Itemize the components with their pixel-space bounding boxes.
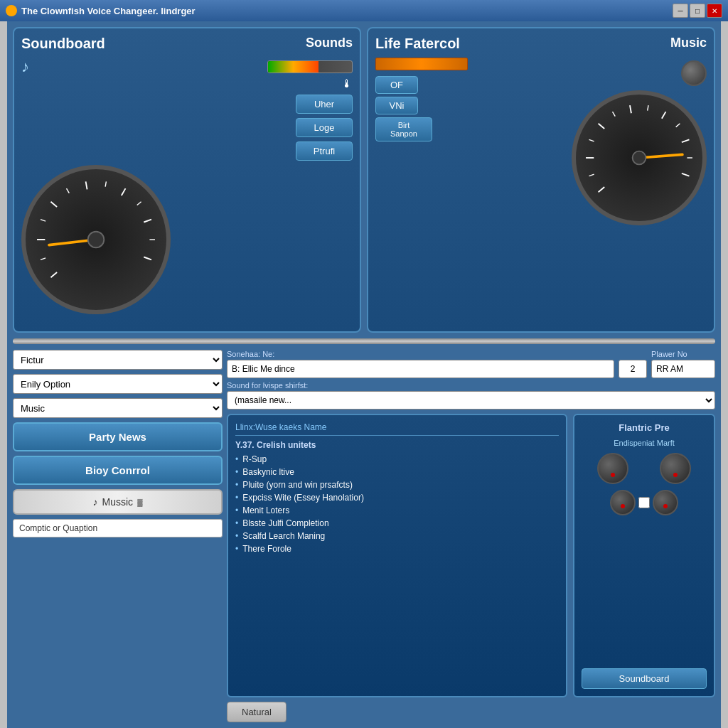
svg-line-7: [105, 181, 106, 186]
knob-4[interactable]: [653, 490, 678, 515]
title-bar-left: The Clownfish Voice Changeer. lindrger: [6, 5, 196, 16]
minimize-button[interactable]: ─: [673, 4, 688, 18]
bullet-icon: •: [235, 531, 238, 541]
svg-line-12: [144, 257, 151, 260]
music-bar-button[interactable]: ♪ Mussic ▓: [13, 489, 223, 515]
dropdown3-row: Music: [13, 398, 223, 418]
list-item-text: Expciss Wite (Essey Hanolatior): [242, 493, 364, 503]
svg-line-5: [67, 188, 70, 193]
bullet-icon: •: [235, 454, 238, 464]
level-fill: [268, 61, 318, 73]
life-gauge: [572, 90, 707, 225]
party-news-button[interactable]: Party News: [13, 422, 223, 451]
life-header: Life Fatercol OF VNi BirtSanpon Music: [375, 36, 707, 225]
bullet-icon: •: [235, 518, 238, 528]
list-item-text: Blsste Julfi Completion: [242, 518, 328, 528]
knobs-row-top: [582, 453, 707, 484]
svg-line-20: [613, 112, 616, 116]
list-item-text: There Forole: [242, 544, 291, 554]
svg-line-15: [599, 187, 605, 192]
list-item: • Blsste Julfi Completion: [235, 517, 559, 530]
controls-area: Sonehaa: Ne: Plawer No Sound for lvispe …: [227, 350, 715, 410]
bullet-icon: •: [235, 467, 238, 477]
svg-line-27: [682, 173, 690, 176]
status-bar: Comptic or Quaption: [13, 519, 223, 537]
life-title: Life Fatercol: [375, 36, 468, 52]
music-knob[interactable]: [681, 60, 707, 86]
soundboard-sub-button[interactable]: Soundboard: [582, 668, 707, 689]
svg-line-22: [648, 105, 648, 110]
input2-field[interactable]: [651, 360, 715, 378]
gauge-ticks-svg: [26, 169, 166, 310]
bottom-section: Fictur Enily Option Music Party News Bio…: [13, 350, 715, 722]
list-item: • Scalfd Learch Maning: [235, 530, 559, 542]
input1-label: Sonehaa: Ne:: [227, 350, 614, 358]
list-item: • R-Sup: [235, 453, 559, 466]
ptrufi-button[interactable]: Ptrufi: [296, 141, 353, 161]
checkbox-control[interactable]: [638, 497, 650, 508]
list-item-text: Scalfd Learch Maning: [242, 531, 325, 541]
knob-1[interactable]: [597, 453, 628, 484]
num-input-field[interactable]: [619, 360, 647, 378]
loge-button[interactable]: Loge: [296, 118, 353, 137]
input1-group: Sonehaa: Ne:: [227, 350, 614, 378]
maximize-button[interactable]: □: [690, 4, 705, 18]
knob-2[interactable]: [660, 453, 691, 484]
sounds-title: Sounds: [306, 36, 353, 50]
app-icon: [6, 5, 17, 16]
fictur-dropdown[interactable]: Fictur: [13, 350, 223, 370]
bullet-icon: •: [235, 480, 238, 490]
spacer: [582, 521, 707, 663]
svg-line-19: [599, 124, 605, 129]
input2-label: Plawer No: [651, 350, 715, 358]
svg-line-18: [589, 139, 594, 141]
num-group: [619, 350, 647, 378]
list-header: Y.37. Crelish unitets: [235, 440, 559, 450]
vni-button[interactable]: VNi: [375, 97, 418, 114]
bullet-icon: •: [235, 505, 238, 515]
orange-level-bar: [375, 58, 468, 70]
sound-dropdown[interactable]: (masaile new...: [227, 391, 715, 410]
level-bar: [267, 60, 353, 73]
window-title: The Clownfish Voice Changeer. lindrger: [21, 6, 196, 16]
close-button[interactable]: ✕: [707, 4, 722, 18]
right-sub-panel: Flantric Pre Endispeniat Marft Soundboar…: [573, 414, 715, 697]
list-item: • There Forole: [235, 542, 559, 555]
sound-label: Sound for lvispe shirfst:: [227, 381, 715, 390]
dropdown1-row: Fictur: [13, 350, 223, 370]
life-left: Life Fatercol OF VNi BirtSanpon: [375, 36, 468, 141]
soundboard-panel: Soundboard ♪ Sounds 🌡 Uher Loge Ptrufi: [13, 27, 361, 333]
svg-line-10: [144, 220, 151, 223]
svg-line-23: [662, 112, 666, 119]
life-gauge-svg: [576, 95, 702, 221]
left-sidebar: Fictur Enily Option Music Party News Bio…: [13, 350, 223, 722]
svg-line-8: [122, 188, 126, 196]
bullet-icon: •: [235, 493, 238, 503]
divider: [13, 338, 715, 344]
knob-3[interactable]: [610, 490, 636, 515]
list-item-text: R-Sup: [242, 454, 267, 464]
svg-line-9: [137, 202, 141, 205]
list-item: • Pluite (yorn and win prsafcts): [235, 478, 559, 491]
music-dropdown[interactable]: Music: [13, 398, 223, 418]
list-item: • Baskynic ltive: [235, 466, 559, 478]
bioy-control-button[interactable]: Bioy Conrrol: [13, 456, 223, 485]
list-group-label: Llinx:Wuse kaeks Name: [235, 422, 559, 436]
music-title: Music: [670, 36, 707, 50]
birt-button[interactable]: BirtSanpon: [375, 117, 432, 141]
natural-button[interactable]: Natural: [227, 702, 287, 722]
top-controls-row: Sonehaa: Ne: Plawer No: [227, 350, 715, 378]
input1-field[interactable]: [227, 360, 614, 378]
uher-button[interactable]: Uher: [296, 95, 353, 114]
of-button[interactable]: OF: [375, 76, 418, 94]
bullet-icon: •: [235, 544, 238, 554]
list-item-text: Pluite (yorn and win prsafcts): [242, 480, 353, 490]
checkbox-row: [582, 490, 707, 515]
list-item: • Expciss Wite (Essey Hanolatior): [235, 491, 559, 504]
svg-line-16: [589, 174, 594, 176]
enily-dropdown[interactable]: Enily Option: [13, 374, 223, 394]
svg-line-25: [682, 139, 690, 142]
svg-line-3: [41, 220, 46, 222]
input2-group: Plawer No: [651, 350, 715, 378]
title-bar-buttons: ─ □ ✕: [673, 4, 722, 18]
